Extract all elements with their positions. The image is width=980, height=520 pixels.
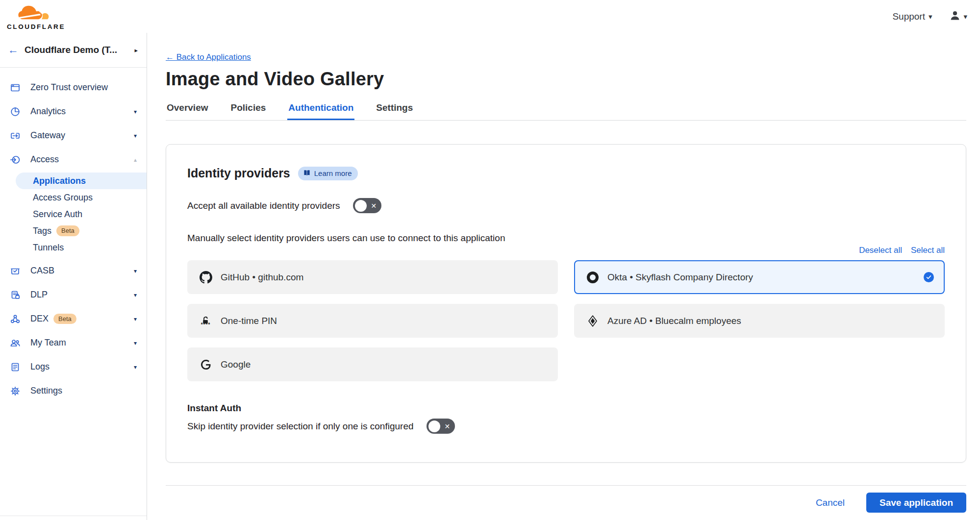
chevron-down-icon[interactable]: ▾ bbox=[134, 364, 137, 371]
back-arrow-icon[interactable]: ← bbox=[8, 44, 25, 56]
chevron-down-icon[interactable]: ▾ bbox=[134, 292, 137, 298]
tab-bar: Overview Policies Authentication Setting… bbox=[166, 102, 966, 121]
chevron-down-icon[interactable]: ▾ bbox=[134, 268, 137, 274]
selected-check-icon bbox=[924, 272, 934, 282]
sidebar-item-label: Gateway bbox=[30, 130, 65, 141]
sidebar-item-analytics[interactable]: Analytics ▾ bbox=[0, 99, 147, 124]
tab-policies[interactable]: Policies bbox=[230, 102, 267, 120]
sidebar-item-zero-trust-overview[interactable]: Zero Trust overview bbox=[0, 75, 147, 99]
access-icon bbox=[10, 154, 21, 165]
sidebar-item-my-team[interactable]: My Team ▾ bbox=[0, 331, 147, 355]
access-submenu: Applications Access Groups Service Auth … bbox=[0, 173, 147, 256]
accept-all-toggle[interactable]: ✕ bbox=[353, 198, 381, 213]
back-to-applications-link[interactable]: ← Back to Applications bbox=[166, 52, 251, 62]
sidebar-item-label: Access bbox=[30, 154, 59, 165]
book-icon bbox=[303, 169, 311, 178]
sidebar-item-label: DEX bbox=[30, 314, 49, 324]
provider-card-azure-ad[interactable]: Azure AD • Bluecalm employees bbox=[574, 304, 945, 338]
provider-card-one-time-pin[interactable]: **** One-time PIN bbox=[187, 304, 558, 338]
sidebar-item-service-auth[interactable]: Service Auth bbox=[0, 206, 147, 223]
provider-name: One-time PIN bbox=[221, 316, 277, 326]
toggle-knob bbox=[428, 421, 440, 432]
sidebar-item-gateway[interactable]: Gateway ▾ bbox=[0, 124, 147, 148]
deselect-all-link[interactable]: Deselect all bbox=[859, 246, 902, 255]
network-nodes-icon bbox=[10, 314, 21, 324]
beta-badge: Beta bbox=[53, 314, 76, 324]
sidebar-item-label: Analytics bbox=[30, 106, 66, 117]
casb-box-check-icon bbox=[10, 266, 21, 276]
tab-settings[interactable]: Settings bbox=[375, 102, 414, 120]
chevron-down-icon: ▾ bbox=[963, 13, 967, 20]
accept-all-label: Accept all available identity providers bbox=[187, 200, 340, 211]
sidebar-item-logs[interactable]: Logs ▾ bbox=[0, 355, 147, 379]
azure-ad-icon bbox=[586, 315, 599, 327]
sidebar-item-settings[interactable]: Settings bbox=[0, 379, 147, 403]
save-application-button[interactable]: Save application bbox=[866, 493, 966, 513]
sidebar-item-casb[interactable]: CASB ▾ bbox=[0, 259, 147, 283]
support-menu[interactable]: Support ▾ bbox=[892, 11, 932, 22]
instant-auth-heading: Instant Auth bbox=[187, 403, 945, 414]
cancel-button[interactable]: Cancel bbox=[816, 497, 845, 508]
sidebar-item-access[interactable]: Access ▴ bbox=[0, 148, 147, 172]
asterisks: **** bbox=[201, 323, 211, 326]
sidebar-item-applications[interactable]: Applications bbox=[16, 173, 147, 189]
sidebar-item-dex[interactable]: DEX Beta ▾ bbox=[0, 307, 147, 331]
select-all-link[interactable]: Select all bbox=[911, 246, 945, 255]
gear-icon bbox=[10, 386, 21, 396]
sidebar-item-label: DLP bbox=[30, 290, 48, 300]
github-icon bbox=[199, 271, 212, 284]
page-title: Image and Video Gallery bbox=[166, 69, 966, 90]
provider-name: GitHub • github.com bbox=[221, 272, 303, 283]
toggle-knob bbox=[355, 200, 367, 212]
learn-more-badge[interactable]: Learn more bbox=[298, 167, 358, 180]
sidebar-item-access-groups[interactable]: Access Groups bbox=[0, 189, 147, 206]
x-icon: ✕ bbox=[371, 202, 377, 209]
google-icon bbox=[199, 359, 212, 371]
account-switcher: ← Cloudflare Demo (T... ▸ bbox=[0, 33, 147, 68]
chevron-down-icon: ▾ bbox=[929, 13, 932, 20]
instant-auth-toggle[interactable]: ✕ bbox=[427, 419, 455, 434]
sidebar-item-label: My Team bbox=[30, 338, 66, 348]
pie-chart-icon bbox=[10, 106, 21, 117]
user-icon bbox=[950, 10, 960, 23]
action-footer: Cancel Save application bbox=[166, 485, 966, 513]
chevron-down-icon[interactable]: ▾ bbox=[134, 340, 137, 347]
document-lock-icon bbox=[10, 290, 21, 300]
user-menu[interactable]: ▾ bbox=[950, 10, 967, 23]
provider-card-okta[interactable]: Okta • Skyflash Company Directory bbox=[574, 260, 945, 294]
sidebar-item-tunnels[interactable]: Tunnels bbox=[0, 239, 147, 256]
sidebar-item-tags[interactable]: Tags Beta bbox=[0, 223, 147, 239]
cloudflare-wordmark: CLOUDFLARE bbox=[7, 23, 65, 30]
provider-card-github[interactable]: GitHub • github.com bbox=[187, 260, 558, 294]
provider-name: Okta • Skyflash Company Directory bbox=[607, 272, 753, 283]
sidebar-item-dlp[interactable]: DLP ▾ bbox=[0, 283, 147, 307]
chevron-up-icon[interactable]: ▴ bbox=[134, 156, 137, 163]
tab-overview[interactable]: Overview bbox=[166, 102, 209, 120]
provider-grid: GitHub • github.com Okta • Skyflash Comp… bbox=[187, 260, 945, 381]
beta-badge: Beta bbox=[56, 225, 79, 236]
provider-card-google[interactable]: Google bbox=[187, 347, 558, 381]
cloudflare-logo[interactable]: CLOUDFLARE bbox=[7, 4, 65, 30]
support-label: Support bbox=[892, 11, 925, 22]
sidebar-item-label: Tags bbox=[33, 223, 51, 239]
sidebar-item-label: CASB bbox=[30, 266, 54, 276]
panel-title: Identity providers bbox=[187, 166, 290, 180]
cloudflare-cloud-icon bbox=[13, 4, 59, 25]
sidebar-item-label: Settings bbox=[30, 386, 62, 396]
manual-select-text: Manually select identity providers users… bbox=[187, 233, 945, 244]
chevron-down-icon[interactable]: ▾ bbox=[134, 132, 137, 139]
tab-authentication[interactable]: Authentication bbox=[287, 102, 354, 120]
provider-name: Google bbox=[221, 359, 251, 370]
account-name[interactable]: Cloudflare Demo (T... bbox=[25, 45, 134, 55]
sidebar-nav: Zero Trust overview Analytics ▾ Gateway bbox=[0, 68, 147, 403]
one-time-pin-icon: **** bbox=[199, 316, 212, 326]
chevron-down-icon[interactable]: ▾ bbox=[134, 316, 137, 322]
logs-list-icon bbox=[10, 362, 21, 372]
learn-more-label: Learn more bbox=[314, 169, 352, 177]
instant-auth-label: Skip identity provider selection if only… bbox=[187, 421, 414, 432]
okta-icon bbox=[586, 272, 599, 283]
chevron-down-icon[interactable]: ▾ bbox=[134, 108, 137, 115]
chevron-right-icon[interactable]: ▸ bbox=[134, 47, 138, 54]
sidebar-item-label: Logs bbox=[30, 362, 50, 372]
gateway-icon bbox=[10, 130, 21, 141]
